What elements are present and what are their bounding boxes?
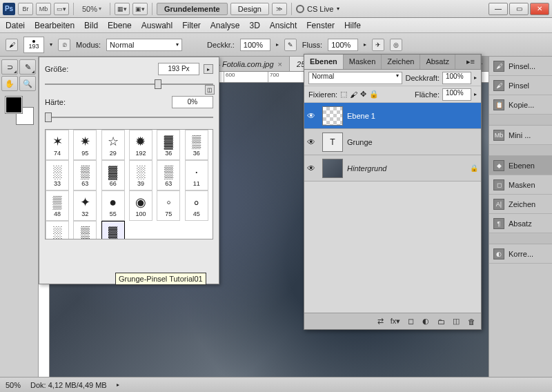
brush-tip[interactable]: ✷95 [73, 130, 97, 160]
layer-mask-icon[interactable]: ◻ [405, 317, 416, 326]
menu-ansicht[interactable]: Ansicht [270, 21, 297, 30]
close-button[interactable]: ✕ [530, 3, 549, 15]
link-layers-icon[interactable]: ⇄ [375, 317, 386, 326]
layer-row[interactable]: 👁TGrunge [304, 129, 481, 155]
menu-fenster[interactable]: Fenster [306, 21, 335, 30]
flaeche-input[interactable]: 100% [442, 88, 471, 101]
brush-tip[interactable]: ·11 [185, 160, 208, 190]
menu-analyse[interactable]: Analyse [210, 21, 240, 30]
brush-tip[interactable]: ☆29 [101, 130, 125, 160]
lock-all-icon[interactable]: 🔒 [369, 90, 379, 99]
dock-item[interactable]: ¶Absatz [489, 214, 552, 233]
layer-fx-icon[interactable]: fx▾ [390, 317, 401, 326]
brush-tip[interactable]: ▓36 [157, 130, 180, 160]
brush-tip[interactable]: ✶74 [46, 130, 69, 160]
size-slider[interactable] [45, 79, 213, 89]
menu-hilfe[interactable]: Hilfe [344, 21, 361, 30]
brush-preset-picker[interactable]: 193 [23, 37, 44, 53]
brush-panel-toggle[interactable]: ⎚ [58, 39, 70, 51]
bridge-button[interactable]: Br [18, 3, 33, 15]
dock-item[interactable]: MbMini ... [489, 126, 552, 145]
menu-bild[interactable]: Bild [84, 21, 98, 30]
brush-tip[interactable]: ✦32 [73, 190, 97, 221]
flyout-arrow-icon[interactable]: ▸ [204, 64, 213, 74]
blend-mode-dropdown[interactable]: Normal▾ [308, 72, 402, 84]
workspace-basic[interactable]: Grundelemente [157, 3, 228, 15]
brush-tip[interactable]: ░33 [46, 160, 69, 190]
brush-tip[interactable]: ◦75 [157, 190, 180, 221]
brush-tip[interactable]: ▒63 [73, 160, 97, 190]
status-zoom[interactable]: 50% [6, 381, 21, 389]
tab-absatz[interactable]: Absatz [420, 55, 455, 69]
tool-preset-icon[interactable]: 🖌 [6, 39, 18, 51]
hardness-slider[interactable] [45, 112, 213, 122]
delete-layer-icon[interactable]: 🗑 [466, 317, 477, 326]
tablet-size-icon[interactable]: ◎ [390, 39, 402, 51]
lock-pixels-icon[interactable]: 🖌 [350, 90, 357, 99]
dock-item[interactable]: 🖌Pinsel... [489, 57, 552, 76]
menu-datei[interactable]: Datei [6, 21, 25, 30]
color-swatches[interactable] [6, 97, 33, 124]
brush-tip[interactable]: ▓324 [101, 221, 125, 239]
workspace-more[interactable]: ≫ [272, 3, 287, 15]
visibility-icon[interactable]: 👁 [307, 111, 318, 121]
menu-auswahl[interactable]: Auswahl [141, 21, 172, 30]
new-layer-icon[interactable]: ◫ [451, 317, 462, 326]
view-extras-button[interactable]: ▦▾ [115, 3, 130, 15]
brush-tip[interactable]: ✹192 [129, 130, 152, 160]
tab-masken[interactable]: Masken [344, 55, 382, 69]
layer-row[interactable]: 👁Hintergrund🔒 [304, 155, 481, 182]
visibility-icon[interactable]: 👁 [307, 137, 318, 147]
minibridge-button[interactable]: Mb [36, 3, 51, 15]
brush-tip[interactable]: ▒36 [185, 130, 208, 160]
zoom-tool[interactable]: 🔍 [19, 76, 36, 91]
close-icon[interactable]: × [278, 60, 282, 68]
dock-item[interactable]: A|Zeichen [489, 195, 552, 214]
menu-bearbeiten[interactable]: Bearbeiten [34, 21, 75, 30]
status-dok[interactable]: Dok: 4,12 MB/4,49 MB [30, 381, 107, 389]
dock-item[interactable]: 🖌Pinsel [489, 76, 552, 95]
opacity-input[interactable]: 100% [240, 39, 270, 51]
panel-menu-icon[interactable]: ▸≡ [461, 55, 481, 69]
visibility-icon[interactable]: 👁 [307, 164, 318, 173]
menu-filter[interactable]: Filter [182, 21, 201, 30]
layer-row[interactable]: 👁Ebene 1 [304, 103, 481, 129]
airbrush-icon[interactable]: ✈ [372, 39, 384, 51]
dock-item[interactable]: ◐Korre... [489, 244, 552, 264]
screen-mode-button[interactable]: ▭▾ [54, 3, 69, 15]
workspace-design[interactable]: Design [230, 3, 269, 15]
brush-tip[interactable]: ▒48 [46, 190, 69, 221]
arrange-button[interactable]: ▣▾ [132, 3, 148, 15]
brush-tip[interactable]: ●55 [101, 190, 125, 221]
group-icon[interactable]: 🗀 [435, 317, 446, 326]
brush-tip[interactable]: ▒346 [73, 221, 97, 239]
lock-transparency-icon[interactable]: ⬚ [340, 90, 347, 99]
dock-item[interactable]: ◆Ebenen [489, 156, 552, 175]
maximize-button[interactable]: ▭ [509, 3, 529, 15]
quick-select-tool[interactable]: ✎ [19, 59, 36, 75]
deckkraft-input[interactable]: 100% [442, 72, 471, 84]
dock-item[interactable]: 📋Kopie... [489, 95, 552, 115]
menu-3d[interactable]: 3D [250, 21, 260, 30]
cslive-button[interactable]: CS Live▾ [296, 5, 339, 13]
brush-tip[interactable]: ░39 [129, 160, 152, 190]
adjustment-layer-icon[interactable]: ◐ [420, 317, 431, 326]
new-preset-icon[interactable]: ◫ [205, 85, 215, 95]
hardness-input[interactable]: 0% [172, 96, 213, 108]
tab-ebenen[interactable]: Ebenen [304, 55, 344, 69]
zoom-dropdown[interactable]: 50% [78, 5, 106, 13]
tablet-opacity-icon[interactable]: ✎ [284, 39, 297, 51]
lock-position-icon[interactable]: ✥ [360, 90, 366, 99]
tab-zeichen[interactable]: Zeichen [382, 55, 420, 69]
brush-tip[interactable]: ▒63 [157, 160, 180, 190]
brush-tip[interactable]: ◉100 [129, 190, 152, 221]
dock-item[interactable]: ◻Masken [489, 175, 552, 195]
brush-tip[interactable]: ▓66 [101, 160, 125, 190]
blend-mode-dropdown[interactable]: Normal▾ [106, 39, 182, 51]
menu-ebene[interactable]: Ebene [108, 21, 132, 30]
lasso-tool[interactable]: ⊃ [1, 59, 18, 75]
size-input[interactable]: 193 Px [158, 63, 199, 75]
flow-input[interactable]: 100% [328, 39, 358, 51]
brush-tip[interactable]: ∘45 [185, 190, 208, 221]
brush-tip[interactable]: ░268 [46, 221, 69, 239]
